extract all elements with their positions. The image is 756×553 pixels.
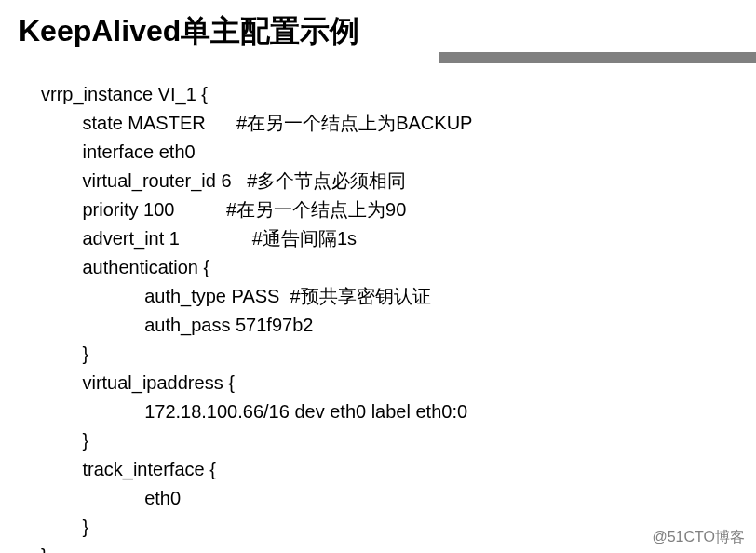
config-line: track_interface { — [41, 455, 756, 484]
config-line: interface eth0 — [41, 138, 756, 167]
watermark: @51CTO博客 — [652, 528, 745, 547]
config-line: 172.18.100.66/16 dev eth0 label eth0:0 — [41, 398, 756, 426]
config-line: auth_pass 571f97b2 — [41, 311, 756, 340]
config-line: priority 100 #在另一个结点上为90 — [41, 196, 756, 224]
config-line: eth0 — [41, 484, 756, 513]
config-line: advert_int 1 #通告间隔1s — [41, 224, 756, 253]
config-line: vrrp_instance VI_1 { — [41, 80, 756, 109]
config-line: } — [41, 426, 756, 455]
config-line: } — [41, 340, 756, 369]
config-line: } — [41, 542, 756, 553]
config-line: auth_type PASS #预共享密钥认证 — [41, 282, 756, 311]
config-line: state MASTER #在另一个结点上为BACKUP — [41, 109, 756, 138]
page-title: KeepAlived单主配置示例 — [0, 0, 756, 60]
config-code-block: vrrp_instance VI_1 { state MASTER #在另一个结… — [0, 60, 756, 553]
config-line: virtual_router_id 6 #多个节点必须相同 — [41, 167, 756, 196]
config-line: virtual_ipaddress { — [41, 369, 756, 398]
config-line: } — [41, 513, 756, 542]
title-underline — [439, 52, 756, 63]
config-line: authentication { — [41, 253, 756, 282]
